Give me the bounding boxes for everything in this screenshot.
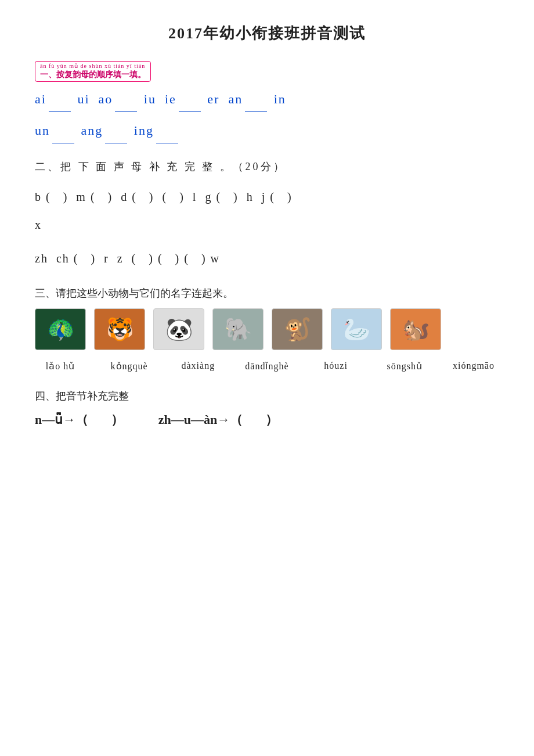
section3-heading: 三、请把这些小动物与它们的名字连起来。: [35, 286, 499, 300]
syllable-item1: n—ǖ→（ ）: [35, 411, 124, 429]
animal-peacock: 🦚: [35, 308, 86, 350]
animals-row: 🦚 🐯 🐼 🐘 🐒 🦢 🐿️: [35, 308, 499, 350]
animal-name-songshu: sōngshǔ: [379, 361, 430, 372]
section3: 三、请把这些小动物与它们的名字连起来。 🦚 🐯 🐼 🐘 🐒 🦢 🐿️ lǎo h…: [35, 286, 499, 372]
animal-names-row: lǎo hǔ kǒngquè dàxiàng dāndǐnghè hóuzi s…: [35, 361, 499, 372]
animal-name-dandinghe: dāndǐnghè: [241, 361, 293, 372]
section4: 四、把音节补充完整 n—ǖ→（ ） zh—u—àn→（ ）: [35, 389, 499, 429]
page-title: 2017年幼小衔接班拼音测试: [35, 23, 499, 44]
animal-name-daxiang: dàxiàng: [172, 361, 223, 372]
section2-row1-extra: x: [35, 213, 499, 236]
section2-heading: 二、把 下 面 声 母 补 充 完 整 。（20分）: [35, 160, 499, 174]
animal-elephant: 🐘: [212, 308, 264, 350]
section1-label: 一、按复韵母的顺序填一填。: [40, 70, 146, 79]
animal-squirrel: 🐿️: [390, 308, 441, 350]
animal-name-laohu: lǎo hǔ: [35, 361, 86, 372]
section1: ān fù yūn mǔ de shùn xù tián yī tián 一、按…: [35, 61, 499, 143]
animal-crane: 🦢: [331, 308, 382, 350]
section4-heading: 四、把音节补充完整: [35, 389, 499, 403]
section1-label-box: ān fù yūn mǔ de shùn xù tián yī tián 一、按…: [35, 61, 151, 82]
section2: 二、把 下 面 声 母 补 充 完 整 。（20分） b ( ) m ( ) d…: [35, 160, 499, 270]
section2-row1: b ( ) m ( ) d ( ) ( ) l g ( ) h j ( ): [35, 185, 499, 208]
animal-name-xiongmao: xióngmāo: [448, 361, 499, 372]
syllable-item2: zh—u—àn→（ ）: [158, 411, 278, 429]
section1-line2: un ang ing: [35, 118, 499, 143]
section2-row2: zh ch ( ) r z ( ) ( ) ( ) w: [35, 247, 499, 270]
syllable-row: n—ǖ→（ ） zh—u—àn→（ ）: [35, 411, 499, 429]
animal-name-kongque: kǒngquè: [104, 361, 155, 372]
section1-pinyin: ān fù yūn mǔ de shùn xù tián yī tián: [40, 63, 146, 69]
animal-panda: 🐼: [153, 308, 204, 350]
section1-line1: ai ui ao iu ie er an in: [35, 87, 499, 112]
animal-name-houzi: hóuzi: [311, 361, 362, 372]
animal-tiger: 🐯: [94, 308, 145, 350]
animal-monkey: 🐒: [272, 308, 323, 350]
